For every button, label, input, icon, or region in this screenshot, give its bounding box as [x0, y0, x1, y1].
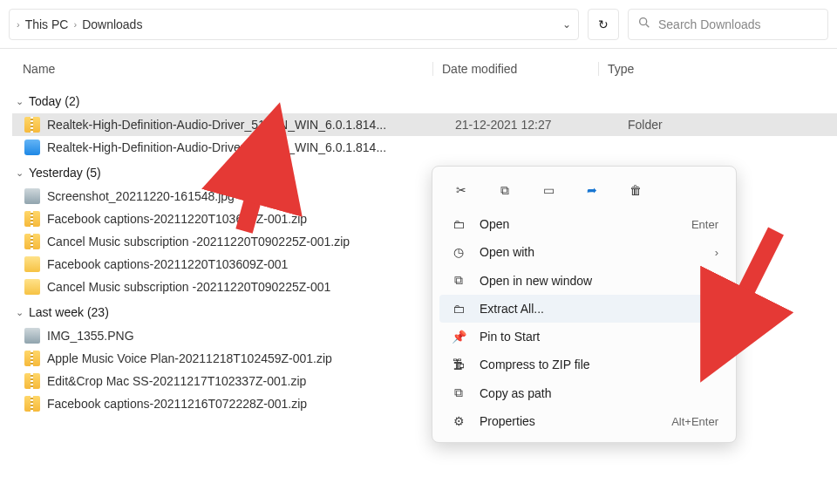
extract-icon: 🗀 [450, 302, 467, 316]
context-compress-zip[interactable]: 🗜 Compress to ZIP file [439, 351, 729, 378]
scissors-icon: ✂ [456, 183, 466, 197]
new-window-icon: ⧉ [450, 273, 467, 288]
svg-point-0 [640, 18, 647, 25]
file-name: Realtek-High-Definition-Audio-Driver_51T… [47, 118, 439, 132]
svg-line-1 [646, 24, 649, 27]
file-name: Facebook captions-20211216T072228Z-001.z… [47, 397, 439, 411]
file-name: Facebook captions-20211220T103609Z-001.z… [47, 212, 439, 226]
exe-icon [24, 140, 40, 155]
list-item[interactable]: Realtek-High-Definition-Audio-Driver_51T… [12, 113, 837, 136]
group-label: Today (2) [29, 94, 79, 108]
pin-icon: 📌 [450, 330, 467, 344]
column-header-date[interactable]: Date modified [432, 62, 598, 76]
chevron-right-icon: › [73, 19, 77, 30]
zip-folder-icon [24, 117, 40, 133]
context-menu-iconrow: ✂ ⧉ ▭ ➦ 🗑 [439, 174, 729, 210]
file-name: Cancel Music subscription -20211220T0902… [47, 280, 439, 294]
chevron-down-icon[interactable]: ⌄ [562, 18, 571, 31]
zip-folder-icon [24, 234, 40, 249]
chevron-down-icon: ⌄ [16, 307, 24, 318]
search-input[interactable] [658, 17, 819, 31]
breadcrumb-downloads[interactable]: Downloads [82, 17, 142, 31]
folder-icon [24, 279, 40, 295]
menu-label: Extract All... [480, 302, 544, 316]
file-name: Realtek-High-Definition-Audio-Driver_51T… [47, 140, 439, 154]
copy-icon: ⧉ [500, 183, 509, 198]
context-extract-all[interactable]: 🗀 Extract All... [439, 295, 729, 323]
list-item[interactable]: Realtek-High-Definition-Audio-Driver_51T… [12, 136, 837, 159]
context-open[interactable]: 🗀 Open Enter [439, 210, 729, 238]
file-name: Apple Music Voice Plan-20211218T102459Z-… [47, 351, 439, 365]
folder-open-icon: 🗀 [450, 217, 467, 231]
zip-folder-icon [24, 396, 40, 412]
context-copy-as-path[interactable]: ⧉ Copy as path [439, 378, 729, 407]
menu-label: Pin to Start [480, 330, 540, 344]
breadcrumb-this-pc[interactable]: This PC [25, 17, 69, 31]
zip-icon: 🗜 [450, 358, 467, 371]
delete-button[interactable]: 🗑 [624, 179, 647, 201]
menu-label: Open with [480, 245, 534, 259]
trash-icon: 🗑 [629, 183, 642, 197]
zip-folder-icon [24, 373, 40, 389]
share-icon: ➦ [587, 183, 597, 197]
properties-icon: ⚙ [450, 414, 467, 428]
menu-label: Compress to ZIP file [480, 358, 590, 371]
menu-label: Open in new window [480, 274, 592, 288]
folder-icon [24, 256, 40, 272]
cut-button[interactable]: ✂ [450, 179, 473, 201]
zip-folder-icon [24, 351, 40, 366]
chevron-right-icon: › [715, 246, 718, 259]
menu-shortcut: Alt+Enter [671, 415, 718, 428]
column-headers: Name Date modified Type [0, 49, 837, 80]
file-name: Facebook captions-20211220T103609Z-001 [47, 257, 439, 271]
breadcrumb[interactable]: › This PC › Downloads ⌄ [9, 9, 579, 40]
context-pin-to-start[interactable]: 📌 Pin to Start [439, 323, 729, 351]
menu-label: Open [480, 217, 509, 231]
search-box[interactable] [628, 9, 828, 40]
image-icon [24, 188, 40, 204]
file-date: 21-12-2021 12:27 [446, 118, 612, 132]
share-button[interactable]: ➦ [581, 179, 603, 201]
file-name: Screenshot_20211220-161548.jpg [47, 189, 439, 203]
open-with-icon: ◷ [450, 245, 467, 259]
group-label: Last week (23) [29, 305, 109, 319]
copy-button[interactable]: ⧉ [493, 179, 516, 201]
menu-shortcut: Enter [691, 218, 718, 231]
chevron-down-icon: ⌄ [16, 167, 24, 179]
rename-icon: ▭ [543, 183, 555, 197]
rename-button[interactable]: ▭ [537, 179, 560, 201]
chevron-down-icon: ⌄ [16, 96, 24, 107]
menu-label: Copy as path [480, 386, 552, 400]
context-menu: ✂ ⧉ ▭ ➦ 🗑 🗀 Open Enter ◷ Open with › ⧉ O… [432, 166, 737, 443]
column-header-type[interactable]: Type [598, 62, 821, 76]
group-label: Yesterday (5) [29, 166, 101, 180]
context-properties[interactable]: ⚙ Properties Alt+Enter [439, 407, 729, 435]
column-header-name[interactable]: Name [23, 62, 432, 76]
group-today[interactable]: ⌄ Today (2) [12, 87, 837, 113]
context-open-new-window[interactable]: ⧉ Open in new window [439, 266, 729, 295]
chevron-right-icon: › [17, 19, 20, 30]
image-icon [24, 328, 40, 344]
file-name: IMG_1355.PNG [47, 329, 439, 343]
refresh-icon: ↻ [598, 17, 609, 31]
path-icon: ⧉ [450, 385, 467, 400]
file-type: Folder [619, 118, 837, 132]
zip-folder-icon [24, 211, 40, 227]
search-icon [637, 16, 651, 32]
address-bar-row: › This PC › Downloads ⌄ ↻ [0, 0, 837, 49]
refresh-button[interactable]: ↻ [588, 9, 619, 40]
file-name: Cancel Music subscription -20211220T0902… [47, 235, 439, 249]
file-name: Edit&Crop Mac SS-20211217T102337Z-001.zi… [47, 374, 439, 388]
menu-label: Properties [480, 414, 535, 428]
context-open-with[interactable]: ◷ Open with › [439, 238, 729, 266]
